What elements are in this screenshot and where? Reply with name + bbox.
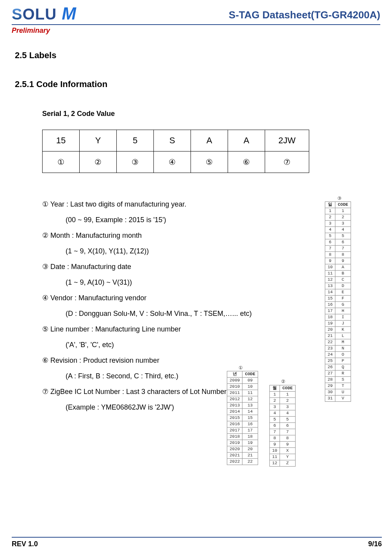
document-title: S-TAG Datasheet(TG-GR4200A) — [229, 9, 380, 23]
cell: 9 — [280, 442, 295, 448]
cell: 5 — [280, 417, 295, 423]
mini-table-month: 월CODE11223344556677889910X11Y12Z — [269, 385, 296, 467]
cell: 10 — [242, 384, 258, 390]
table-row: 11 — [325, 208, 351, 214]
cell: 29 — [325, 383, 335, 389]
cell: 11 — [325, 271, 335, 277]
cell: I — [335, 314, 351, 321]
cell: 19 — [242, 440, 258, 446]
cell: 2021 — [227, 453, 242, 459]
cell: 2014 — [227, 409, 242, 415]
cell: 2016 — [227, 421, 242, 428]
cell: D — [335, 283, 351, 289]
cell: 5 — [335, 233, 351, 239]
cell: 8 — [335, 252, 351, 258]
table-row: 22M — [325, 339, 351, 346]
cell: ③ — [117, 151, 154, 173]
table-row: 12C — [325, 277, 351, 283]
table-row: 26Q — [325, 364, 351, 371]
cell: 7 — [270, 429, 280, 435]
cell: 3 — [270, 404, 280, 410]
table-row: 10X — [270, 448, 296, 454]
cell: 25 — [325, 358, 335, 364]
table-row: 30U — [325, 389, 351, 396]
logo: SOLU M — [12, 4, 77, 23]
cell: 12 — [270, 460, 280, 467]
table-row: 88 — [270, 435, 296, 442]
cell: 2JW — [265, 130, 309, 151]
table-row: 77 — [270, 429, 296, 435]
table-row: 29T — [325, 383, 351, 389]
cell: 9 — [335, 258, 351, 264]
table-row: 202222 — [227, 459, 258, 465]
cell: 9 — [325, 258, 335, 264]
cell: S — [154, 130, 191, 151]
cell: 19 — [325, 321, 335, 327]
cell: Y — [80, 130, 117, 151]
cell: 2012 — [227, 396, 242, 403]
cell: T — [335, 383, 351, 389]
table-row: 201919 — [227, 440, 258, 446]
cell: 27 — [325, 371, 335, 377]
section-2-5-1: 2.5.1 Code Information — [15, 79, 380, 89]
cell: 2017 — [227, 428, 242, 434]
cell: 1 — [270, 392, 280, 398]
table-row: 66 — [270, 423, 296, 429]
table-row: 16G — [325, 302, 351, 308]
logo-part-1: S — [12, 5, 23, 23]
cell: L — [335, 333, 351, 339]
def-sub: (Example : YME06862JW is '2JW') — [66, 399, 380, 415]
cell: 24 — [325, 352, 335, 358]
preliminary-label: Preliminary — [12, 27, 380, 35]
cell: M — [335, 339, 351, 346]
table-row: 22 — [270, 398, 296, 404]
mini-table-day: 일CODE11223344556677889910A11B12C13D14E15… — [325, 201, 351, 402]
cell: 4 — [325, 227, 335, 233]
table-row: 18I — [325, 314, 351, 321]
cell: 2019 — [227, 440, 242, 446]
table-row: 55 — [325, 233, 351, 239]
cell: 3 — [325, 221, 335, 227]
mini-header: 일 — [325, 202, 335, 208]
cell: 28 — [325, 377, 335, 383]
mini-header: 월 — [270, 385, 280, 392]
cell: 16 — [242, 421, 258, 428]
table-row: 20K — [325, 327, 351, 333]
cell: A — [191, 130, 228, 151]
mini-header: 년 — [227, 371, 242, 378]
cell: 3 — [335, 221, 351, 227]
cell: 6 — [270, 423, 280, 429]
table-row: 201111 — [227, 390, 258, 396]
table-row: 201515 — [227, 415, 258, 421]
cell: 14 — [325, 289, 335, 296]
cell: 8 — [325, 252, 335, 258]
table-row: 27R — [325, 371, 351, 377]
cell: 17 — [325, 308, 335, 314]
table-row: 66 — [325, 239, 351, 246]
cell: 2018 — [227, 434, 242, 440]
cell: 31 — [325, 396, 335, 402]
cell: C — [335, 277, 351, 283]
table-row: 11B — [325, 271, 351, 277]
cell: P — [335, 358, 351, 364]
cell: Y — [280, 454, 295, 460]
cell: Z — [280, 460, 295, 467]
cell: 21 — [325, 333, 335, 339]
cell: N — [335, 346, 351, 352]
table-row: 201818 — [227, 434, 258, 440]
cell: S — [335, 377, 351, 383]
table-row: 201010 — [227, 384, 258, 390]
cell: 5 — [325, 233, 335, 239]
cell: 09 — [242, 378, 258, 384]
logo-part-2: OLU — [23, 5, 57, 23]
table-row: 201414 — [227, 409, 258, 415]
cell: 10 — [325, 264, 335, 271]
table-row: 25P — [325, 358, 351, 364]
table-row: 201212 — [227, 396, 258, 403]
table-row: 19J — [325, 321, 351, 327]
cell: 30 — [325, 389, 335, 396]
cell: 6 — [280, 423, 295, 429]
mini-header: CODE — [335, 202, 351, 208]
table-row: 10A — [325, 264, 351, 271]
table-row: 200909 — [227, 378, 258, 384]
